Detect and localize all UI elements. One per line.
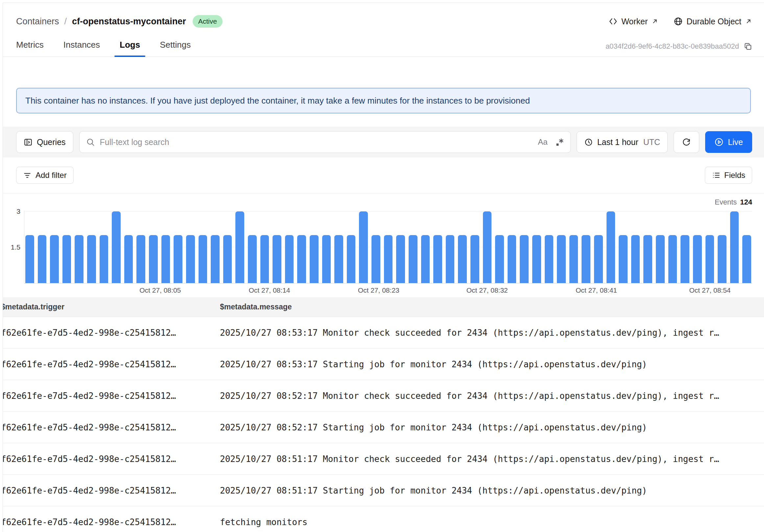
chart-bar[interactable] [668, 235, 677, 283]
log-row[interactable]: f62e61fe-e7d5-4ed2-998e-c25415812… 2025/… [3, 475, 764, 506]
chart-bar[interactable] [483, 211, 492, 283]
copy-uuid-button[interactable] [744, 42, 752, 51]
log-row[interactable]: f62e61fe-e7d5-4ed2-998e-c25415812… 2025/… [3, 412, 764, 443]
chart-bar[interactable] [471, 235, 479, 283]
chart-bar[interactable] [347, 235, 356, 283]
chart-bar[interactable] [631, 235, 640, 283]
container-uuid: a034f2d6-9ef6-4c82-b83c-0e839baa502d [606, 42, 752, 57]
chart-bar[interactable] [25, 235, 34, 283]
chart-bar[interactable] [718, 235, 726, 283]
breadcrumb-containers-link[interactable]: Containers [16, 16, 59, 27]
refresh-button[interactable] [673, 131, 699, 153]
refresh-icon [682, 137, 691, 147]
chart-bar[interactable] [371, 235, 380, 283]
chart-bar[interactable] [260, 235, 269, 283]
chart-bar[interactable] [384, 235, 393, 283]
chart-bar[interactable] [607, 211, 615, 283]
chart-bar[interactable] [75, 235, 84, 283]
column-header-trigger[interactable]: $metadata.trigger [3, 302, 220, 311]
regex-toggle-icon[interactable] [555, 138, 564, 147]
chart-bar[interactable] [124, 235, 133, 283]
chart-bar[interactable] [619, 235, 628, 283]
chart-bar[interactable] [63, 235, 71, 283]
chart-bar[interactable] [248, 235, 257, 283]
tab-logs[interactable]: Logs [114, 40, 145, 57]
chart-x-axis-labels: Oct 27, 08:05Oct 27, 08:14Oct 27, 08:23O… [24, 283, 752, 295]
tabs: Metrics Instances Logs Settings [11, 40, 196, 57]
tab-instances[interactable]: Instances [58, 40, 105, 57]
chart-bar[interactable] [680, 235, 689, 283]
chart-bar[interactable] [409, 235, 418, 283]
chart-bar[interactable] [211, 235, 220, 283]
chart-bar[interactable] [322, 235, 331, 283]
log-row[interactable]: f62e61fe-e7d5-4ed2-998e-c25415812… 2025/… [3, 317, 764, 349]
chart-bar[interactable] [235, 211, 244, 283]
chart-bar[interactable] [149, 235, 158, 283]
chart-bar[interactable] [285, 235, 294, 283]
log-message-cell: 2025/10/27 08:53:17 Starting job for mon… [220, 359, 764, 369]
worker-link[interactable]: Worker [609, 17, 659, 26]
log-row[interactable]: f62e61fe-e7d5-4ed2-998e-c25415812… 2025/… [3, 443, 764, 475]
chart-bar[interactable] [495, 235, 504, 283]
chart-bar[interactable] [458, 235, 467, 283]
chart-bar[interactable] [223, 235, 232, 283]
chart-bar[interactable] [693, 235, 702, 283]
fields-button[interactable]: Fields [705, 167, 752, 184]
copy-icon [744, 42, 752, 51]
chart-bar[interactable] [656, 235, 665, 283]
tab-settings[interactable]: Settings [154, 40, 196, 57]
time-range-button[interactable]: Last 1 hour UTC [577, 131, 668, 153]
log-message-cell: fetching monitors [220, 517, 764, 527]
log-row[interactable]: f62e61fe-e7d5-4ed2-998e-c25415812… 2025/… [3, 380, 764, 412]
chart-bar[interactable] [199, 235, 207, 283]
tab-metrics[interactable]: Metrics [11, 40, 49, 57]
queries-button-label: Queries [37, 137, 66, 147]
log-trigger-cell: f62e61fe-e7d5-4ed2-998e-c25415812… [3, 486, 220, 495]
chart-bar[interactable] [507, 235, 516, 283]
chart-bar[interactable] [421, 235, 430, 283]
log-row[interactable]: f62e61fe-e7d5-4ed2-998e-c25415812… 2025/… [3, 349, 764, 380]
live-button[interactable]: Live [705, 131, 752, 153]
worker-code-icon [609, 17, 618, 26]
chart-bar[interactable] [273, 235, 282, 283]
chart-bar[interactable] [136, 235, 145, 283]
chart-bar[interactable] [532, 235, 541, 283]
add-filter-button[interactable]: Add filter [16, 167, 74, 184]
chart-bar[interactable] [174, 235, 182, 283]
chart-bar[interactable] [50, 235, 59, 283]
chart-bar[interactable] [569, 235, 578, 283]
chart-bar[interactable] [520, 235, 529, 283]
log-row[interactable]: f62e61fe-e7d5-4ed2-998e-c25415812… fetch… [3, 506, 764, 532]
fields-list-icon [712, 171, 720, 180]
x-axis-tick: Oct 27, 08:32 [467, 286, 508, 294]
queries-button[interactable]: Queries [16, 131, 73, 153]
breadcrumb: Containers / cf-openstatus-mycontainer A… [16, 15, 223, 28]
chart-bar[interactable] [161, 235, 170, 283]
chart-bar[interactable] [396, 235, 405, 283]
log-table-header: $metadata.trigger $metadata.message [3, 297, 764, 317]
chart-bar[interactable] [38, 235, 47, 283]
chart-bar[interactable] [112, 211, 121, 283]
durable-object-link[interactable]: Durable Object [673, 17, 752, 26]
chart-bar[interactable] [334, 235, 343, 283]
case-sensitive-toggle[interactable]: Aa [538, 137, 547, 147]
chart-bar[interactable] [297, 235, 306, 283]
chart-bar[interactable] [545, 235, 554, 283]
chart-bar[interactable] [359, 211, 368, 283]
chart-bar[interactable] [594, 235, 603, 283]
chart-bar[interactable] [433, 235, 442, 283]
chart-bar[interactable] [310, 235, 318, 283]
chart-bar[interactable] [705, 235, 714, 283]
chart-bar[interactable] [186, 235, 195, 283]
add-filter-label: Add filter [36, 171, 67, 180]
chart-bar[interactable] [582, 235, 590, 283]
chart-bar[interactable] [446, 235, 455, 283]
column-header-message[interactable]: $metadata.message [220, 302, 764, 311]
chart-bar[interactable] [730, 211, 739, 283]
chart-bar[interactable] [742, 235, 751, 283]
chart-bar[interactable] [99, 235, 108, 283]
chart-bar[interactable] [643, 235, 652, 283]
search-input[interactable] [100, 137, 533, 147]
chart-bar[interactable] [557, 235, 566, 283]
chart-bar[interactable] [87, 235, 96, 283]
